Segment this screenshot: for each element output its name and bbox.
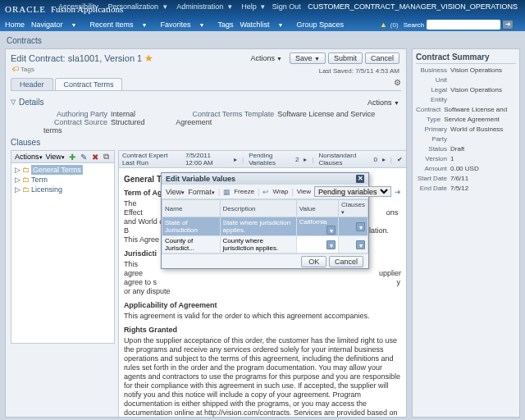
alert-count: (0) bbox=[390, 21, 399, 29]
col-value[interactable]: Value bbox=[296, 200, 338, 217]
delete-clause-icon[interactable]: ✖ bbox=[91, 153, 99, 162]
freeze-label[interactable]: Freeze bbox=[234, 188, 254, 195]
summary-value: 7/5/12 bbox=[450, 184, 468, 194]
edit-clause-icon[interactable]: ✎ bbox=[80, 153, 88, 162]
save-button[interactable]: Save ▼ bbox=[290, 52, 326, 64]
summary-row: StatusDraft bbox=[416, 144, 516, 154]
menu-favorites[interactable]: Favorites▼ bbox=[160, 21, 211, 29]
summary-row: Amount0.00 USD bbox=[416, 164, 516, 174]
page-title: Edit Contract: sla1001, Version 1 bbox=[11, 53, 142, 63]
dialog-cancel-button[interactable]: Cancel bbox=[329, 256, 363, 267]
link-accessibility[interactable]: Accessibility bbox=[58, 2, 98, 11]
dialog-ok-button[interactable]: OK bbox=[301, 256, 326, 267]
tab-contract-terms[interactable]: Contract Terms bbox=[55, 78, 123, 90]
submit-button[interactable]: Submit bbox=[328, 52, 363, 64]
breadcrumb[interactable]: Contracts bbox=[7, 36, 520, 45]
tabs-settings-icon[interactable]: ⚙ bbox=[394, 78, 401, 87]
tree-node-licensing[interactable]: Licensing bbox=[31, 185, 62, 194]
value-lov-icon[interactable]: ▾ bbox=[326, 240, 336, 249]
cell-clauses[interactable]: ▾ bbox=[339, 236, 368, 253]
label-authoring-party: Authoring Party bbox=[43, 110, 107, 118]
col-description[interactable]: Description bbox=[220, 200, 296, 217]
tree-twisty-icon[interactable]: ▷ bbox=[15, 166, 21, 174]
label-contract-source: Contract Source bbox=[43, 118, 107, 126]
dialog-filter-select[interactable]: Pending variables bbox=[314, 186, 391, 197]
menu-recent[interactable]: Recent Items▼ bbox=[89, 21, 153, 29]
run-expert-icon[interactable]: ▸ bbox=[234, 156, 237, 163]
cancel-button[interactable]: Cancel bbox=[365, 52, 399, 64]
validate-icon[interactable]: ✔ bbox=[397, 156, 403, 163]
clause-actions-menu[interactable]: Actions▾ bbox=[15, 153, 43, 161]
wrap-label[interactable]: Wrap bbox=[272, 188, 288, 195]
clause-view-menu[interactable]: View▾ bbox=[46, 153, 65, 161]
col-clauses[interactable]: Clauses ▾ bbox=[339, 200, 368, 217]
details-twisty-icon[interactable]: ▽ bbox=[11, 98, 16, 106]
cell-value[interactable]: ▾ bbox=[296, 236, 338, 253]
freeze-icon[interactable]: ▦ bbox=[223, 188, 231, 196]
nonstd-icon[interactable]: ▸ bbox=[382, 156, 386, 163]
actions-menu[interactable]: Actions▼ bbox=[246, 53, 287, 63]
summary-label: End Date bbox=[416, 184, 450, 194]
link-signout[interactable]: Sign Out bbox=[272, 2, 301, 11]
doc-p4: Upon the supplier acceptance of this ord… bbox=[124, 336, 401, 418]
global-menubar: Home Navigator▼ Recent Items▼ Favorites▼… bbox=[0, 18, 525, 31]
move-clause-icon[interactable]: ⧉ bbox=[103, 152, 111, 162]
cell-desc: State where jurisdiction applies. bbox=[220, 217, 296, 236]
search-go-button[interactable]: ➜ bbox=[502, 20, 514, 30]
summary-value: Vision Operations bbox=[450, 66, 502, 85]
clause-tree[interactable]: ▷🗀General Terms ▷🗀Term ▷🗀Licensing bbox=[11, 163, 115, 344]
variable-grid: Name Description Value Clauses ▾ State o… bbox=[162, 199, 368, 253]
last-saved: Last Saved: 7/5/11 4:53 AM bbox=[319, 67, 399, 75]
link-administration[interactable]: Administration ▾ bbox=[174, 2, 232, 11]
table-row[interactable]: State of Jurisdiction State where jurisd… bbox=[162, 217, 368, 236]
add-clause-icon[interactable]: ✚ bbox=[68, 153, 76, 162]
menu-tags[interactable]: Tags bbox=[217, 21, 233, 29]
dialog-close-icon[interactable]: ✕ bbox=[356, 175, 364, 183]
dialog-view-menu[interactable]: View▾ bbox=[166, 188, 185, 196]
tree-twisty-icon[interactable]: ▷ bbox=[15, 176, 21, 184]
pending-vars-icon[interactable]: ▸ bbox=[304, 156, 307, 163]
tree-twisty-icon[interactable]: ▷ bbox=[15, 185, 21, 194]
favorite-star-icon[interactable]: ★ bbox=[144, 52, 153, 64]
table-row[interactable]: County of Jurisdict... County where juri… bbox=[162, 236, 368, 253]
cell-clauses[interactable]: ▾ bbox=[339, 217, 368, 236]
dialog-go-icon[interactable]: ➜ bbox=[395, 188, 401, 196]
summary-label: Status bbox=[416, 144, 450, 154]
menu-home[interactable]: Home bbox=[5, 21, 25, 29]
cell-value[interactable]: California▾ bbox=[296, 217, 338, 236]
tree-node-term[interactable]: Term bbox=[31, 176, 48, 184]
menu-watchlist[interactable]: Watchlist▼ bbox=[240, 21, 290, 29]
alert-icon[interactable]: ▲ bbox=[380, 21, 387, 29]
summary-label: Contract Type bbox=[416, 105, 444, 125]
summary-value: World of Business bbox=[450, 125, 503, 144]
menu-navigator[interactable]: Navigator▼ bbox=[31, 21, 83, 29]
clauses-lov-icon[interactable]: ▾ bbox=[356, 222, 365, 231]
dialog-format-menu[interactable]: Format▾ bbox=[188, 188, 215, 196]
summary-value: Vision Operations bbox=[450, 85, 502, 105]
link-help[interactable]: Help ▾ bbox=[239, 2, 265, 11]
summary-label: Start Date bbox=[416, 174, 450, 184]
value-lov-icon[interactable]: ▾ bbox=[326, 226, 336, 235]
contract-tabs: Header Contract Terms ⚙ bbox=[11, 78, 401, 91]
summary-value: Software License and Service Agreement bbox=[444, 105, 516, 125]
details-header[interactable]: ▽ Details Actions ▼ bbox=[11, 98, 401, 107]
dialog-view2-label: View bbox=[297, 188, 311, 195]
col-name[interactable]: Name bbox=[162, 200, 221, 217]
summary-value: 0.00 USD bbox=[450, 164, 479, 174]
nonstd-label: Nonstandard Clauses bbox=[319, 152, 369, 167]
tree-node-general-terms[interactable]: General Terms bbox=[31, 165, 83, 175]
menu-groupspaces[interactable]: Group Spaces bbox=[297, 21, 345, 29]
link-personalization[interactable]: Personalization ▾ bbox=[106, 2, 167, 11]
tab-header[interactable]: Header bbox=[11, 78, 53, 90]
doc-h-applicability: Applicability of Agreement bbox=[124, 301, 401, 309]
summary-value: 7/6/11 bbox=[450, 174, 468, 184]
wrap-icon[interactable]: ↩ bbox=[262, 188, 269, 196]
clauses-lov-icon[interactable]: ▾ bbox=[356, 240, 365, 249]
summary-heading: Contract Summary bbox=[416, 52, 516, 64]
details-actions-menu[interactable]: Actions ▼ bbox=[368, 98, 399, 107]
summary-label: Legal Entity bbox=[416, 85, 450, 105]
global-search-input[interactable] bbox=[427, 20, 500, 30]
nonstd-value: 0 bbox=[373, 156, 377, 163]
details-fields: Authoring PartyInternal Contract SourceS… bbox=[43, 110, 401, 135]
clause-tree-toolbar: Actions▾ View▾ ✚ ✎ ✖ ⧉ bbox=[11, 150, 115, 163]
